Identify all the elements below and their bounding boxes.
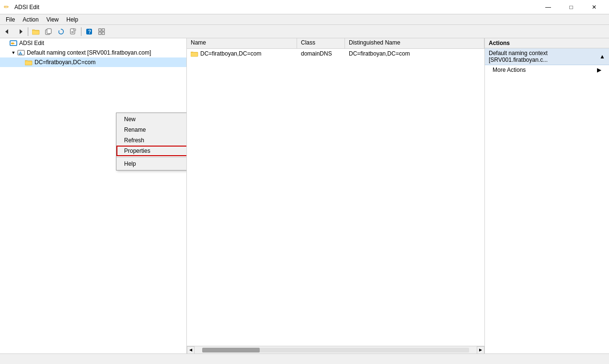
title-bar: ✏ ADSI Edit — □ ✕ bbox=[0, 0, 609, 14]
ctx-rename-label: Rename bbox=[124, 126, 146, 133]
tree-root-icon: ✏ bbox=[10, 39, 17, 47]
svg-text:?: ? bbox=[88, 29, 91, 34]
actions-panel: Actions Default naming context [SRV001.f… bbox=[484, 38, 609, 353]
status-bar bbox=[0, 353, 609, 364]
ctx-help[interactable]: Help bbox=[116, 159, 187, 169]
svg-rect-16 bbox=[102, 32, 104, 34]
ctx-rename[interactable]: Rename bbox=[116, 125, 187, 135]
tree-dc-item[interactable]: DC=firatboyan,DC=com bbox=[0, 57, 186, 67]
actions-section-arrow: ▲ bbox=[599, 53, 605, 60]
tree-naming-expand[interactable]: ▼ bbox=[10, 49, 17, 57]
tree-dc-folder-icon bbox=[25, 58, 33, 66]
tree-dc-label: DC=firatboyan,DC=com bbox=[34, 59, 95, 66]
tree-panel: ✏ ADSI Edit ▼ 🖧 Default naming context [… bbox=[0, 38, 187, 353]
list-body: DC=firatboyan,DC=com domainDNS DC=firatb… bbox=[187, 49, 484, 346]
toolbar-forward[interactable] bbox=[14, 26, 26, 37]
svg-marker-6 bbox=[58, 31, 60, 32]
svg-rect-23 bbox=[191, 52, 198, 57]
list-header: Name Class Distinguished Name bbox=[187, 38, 484, 49]
menu-bar: File Action View Help bbox=[0, 14, 609, 25]
row-name: DC=firatboyan,DC=com bbox=[200, 50, 261, 57]
ctx-help-label: Help bbox=[124, 160, 136, 167]
svg-marker-8 bbox=[73, 29, 76, 31]
actions-section-label: Default naming context [SRV001.firatboya… bbox=[489, 50, 599, 63]
cell-dn: DC=firatboyan,DC=com bbox=[345, 50, 484, 57]
scrollbar-thumb[interactable] bbox=[202, 348, 260, 353]
menu-view[interactable]: View bbox=[43, 15, 63, 24]
menu-action[interactable]: Action bbox=[19, 15, 42, 24]
svg-text:✏: ✏ bbox=[11, 41, 15, 46]
toolbar: ? bbox=[0, 25, 609, 38]
actions-more-arrow: ▶ bbox=[597, 67, 601, 73]
ctx-properties[interactable]: Properties bbox=[116, 146, 187, 156]
svg-rect-15 bbox=[99, 32, 101, 34]
tree-root[interactable]: ✏ ADSI Edit bbox=[0, 38, 186, 48]
maximize-button[interactable]: □ bbox=[560, 0, 582, 14]
main-area: ✏ ADSI Edit ▼ 🖧 Default naming context [… bbox=[0, 38, 609, 353]
minimize-button[interactable]: — bbox=[537, 0, 559, 14]
tree-root-expand[interactable] bbox=[2, 39, 10, 47]
tree-dc-expand[interactable] bbox=[17, 58, 25, 66]
app-icon: ✏ bbox=[4, 3, 11, 11]
close-button[interactable]: ✕ bbox=[583, 0, 605, 14]
svg-rect-13 bbox=[99, 29, 101, 31]
toolbar-refresh[interactable] bbox=[55, 26, 67, 37]
actions-more[interactable]: More Actions ▶ bbox=[485, 65, 609, 75]
tree-naming-icon: 🖧 bbox=[17, 49, 25, 57]
col-dn: Distinguished Name bbox=[345, 38, 484, 48]
ctx-refresh-label: Refresh bbox=[124, 137, 144, 144]
scroll-left-arrow[interactable]: ◀ bbox=[187, 346, 195, 354]
tree-naming-context[interactable]: ▼ 🖧 Default naming context [SRV001.firat… bbox=[0, 48, 186, 57]
ctx-separator bbox=[116, 157, 187, 158]
svg-rect-21 bbox=[25, 61, 32, 65]
svg-rect-5 bbox=[47, 29, 51, 34]
ctx-refresh[interactable]: Refresh bbox=[116, 135, 187, 146]
toolbar-folder[interactable] bbox=[30, 26, 42, 37]
scroll-right-arrow[interactable]: ▶ bbox=[477, 346, 484, 354]
context-menu: New ▶ Rename Refresh Properties Help bbox=[116, 113, 187, 171]
svg-text:🖧: 🖧 bbox=[19, 51, 23, 56]
svg-marker-1 bbox=[20, 29, 23, 34]
title-bar-controls: — □ ✕ bbox=[537, 0, 605, 14]
ctx-new[interactable]: New ▶ bbox=[116, 114, 187, 125]
title-bar-title: ADSI Edit bbox=[14, 4, 39, 11]
actions-more-label: More Actions bbox=[493, 67, 526, 73]
title-bar-left: ✏ ADSI Edit bbox=[4, 3, 39, 11]
toolbar-sep-2 bbox=[81, 27, 81, 36]
svg-marker-0 bbox=[5, 29, 8, 34]
list-panel: Name Class Distinguished Name DC=firatbo… bbox=[187, 38, 484, 353]
col-name: Name bbox=[187, 38, 297, 48]
toolbar-export[interactable] bbox=[68, 26, 79, 37]
scrollbar-track[interactable] bbox=[202, 348, 469, 353]
list-scrollbar[interactable]: ◀ ▶ bbox=[187, 346, 484, 353]
actions-section-title[interactable]: Default naming context [SRV001.firatboya… bbox=[485, 48, 609, 65]
toolbar-sep-1 bbox=[28, 27, 28, 36]
svg-rect-14 bbox=[102, 29, 104, 31]
actions-header: Actions bbox=[485, 38, 609, 48]
menu-help[interactable]: Help bbox=[63, 15, 82, 24]
cell-class: domainDNS bbox=[297, 50, 345, 57]
col-class: Class bbox=[297, 38, 345, 48]
svg-rect-2 bbox=[32, 30, 39, 34]
toolbar-back[interactable] bbox=[2, 26, 13, 37]
toolbar-copy[interactable] bbox=[43, 26, 54, 37]
menu-file[interactable]: File bbox=[2, 15, 19, 24]
tree-naming-label: Default naming context [SRV001.firatboya… bbox=[27, 49, 151, 56]
toolbar-help[interactable]: ? bbox=[83, 26, 95, 37]
cell-name: DC=firatboyan,DC=com bbox=[187, 50, 297, 57]
ctx-properties-label: Properties bbox=[124, 148, 150, 154]
tree-root-label: ADSI Edit bbox=[19, 40, 44, 46]
ctx-new-label: New bbox=[124, 116, 136, 123]
toolbar-grid[interactable] bbox=[96, 26, 107, 37]
table-row[interactable]: DC=firatboyan,DC=com domainDNS DC=firatb… bbox=[187, 49, 484, 58]
